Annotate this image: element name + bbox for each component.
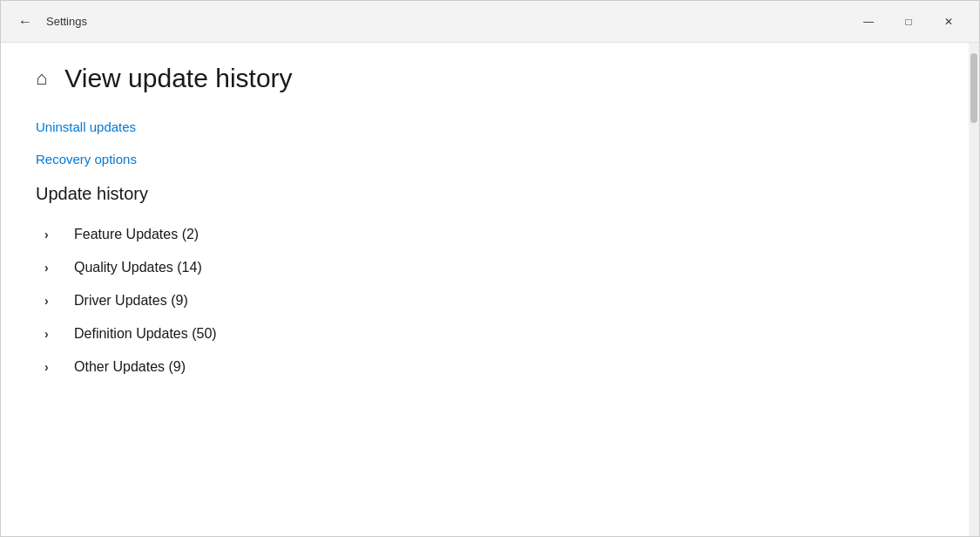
driver-updates-label: Driver Updates (9) (74, 293, 188, 309)
page-title: View update history (64, 64, 292, 93)
other-updates-label: Other Updates (9) (74, 359, 186, 375)
scrollbar-thumb[interactable] (970, 53, 977, 123)
chevron-icon-quality: › (44, 261, 58, 275)
chevron-icon-driver: › (44, 294, 58, 308)
feature-updates-label: Feature Updates (2) (74, 227, 199, 242)
chevron-icon-definition: › (44, 327, 58, 341)
uninstall-updates-link[interactable]: Uninstall updates (36, 119, 934, 134)
back-arrow-icon: ← (18, 14, 32, 30)
recovery-options-link[interactable]: Recovery options (36, 152, 934, 167)
other-updates-item[interactable]: › Other Updates (9) (36, 350, 934, 384)
quality-updates-item[interactable]: › Quality Updates (14) (36, 251, 934, 284)
page-header: ⌂ View update history (36, 64, 934, 93)
chevron-icon-feature: › (44, 228, 58, 241)
update-list: › Feature Updates (2) › Quality Updates … (36, 218, 934, 384)
settings-window: ← Settings — □ ✕ ⌂ View update history U… (0, 0, 980, 537)
quality-updates-label: Quality Updates (14) (74, 260, 202, 275)
window-title: Settings (46, 15, 848, 28)
definition-updates-item[interactable]: › Definition Updates (50) (36, 317, 934, 350)
content-area: ⌂ View update history Uninstall updates … (1, 43, 979, 536)
maximize-button[interactable]: □ (889, 8, 929, 36)
scrollbar[interactable] (969, 43, 979, 536)
chevron-icon-other: › (44, 360, 58, 374)
minimize-button[interactable]: — (848, 8, 889, 36)
close-button[interactable]: ✕ (929, 8, 969, 36)
window-controls: — □ ✕ (848, 8, 969, 36)
back-button[interactable]: ← (11, 8, 39, 36)
home-icon[interactable]: ⌂ (36, 67, 47, 90)
update-history-section-title: Update history (36, 184, 934, 204)
driver-updates-item[interactable]: › Driver Updates (9) (36, 284, 934, 317)
feature-updates-item[interactable]: › Feature Updates (2) (36, 218, 934, 251)
definition-updates-label: Definition Updates (50) (74, 326, 217, 342)
title-bar: ← Settings — □ ✕ (1, 1, 979, 43)
main-content: ⌂ View update history Uninstall updates … (1, 43, 969, 536)
